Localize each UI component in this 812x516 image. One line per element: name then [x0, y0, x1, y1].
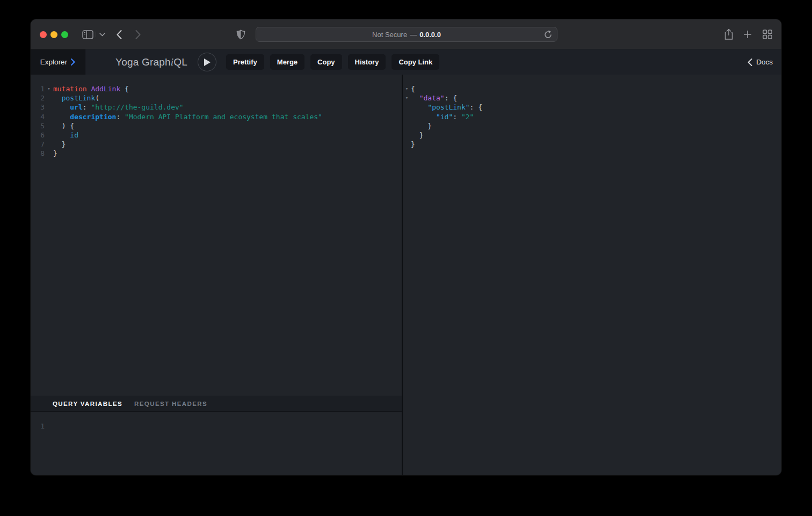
code-line: } [403, 130, 781, 140]
forward-button[interactable] [135, 19, 141, 49]
line-number: 6 [31, 130, 45, 140]
logo-text: Yoga Graph [115, 56, 171, 68]
tab-query-variables[interactable]: QUERY VARIABLES [53, 401, 122, 407]
toolbar-button-row: Prettify Merge Copy History Copy Link [226, 49, 439, 75]
code-token [53, 103, 70, 111]
minimize-window-button[interactable] [50, 31, 57, 38]
code-token: { [411, 85, 415, 93]
code-line: 8} [31, 149, 402, 158]
zoom-window-button[interactable] [61, 31, 68, 38]
shield-icon [236, 30, 245, 40]
logo-text-suffix: QL [173, 56, 187, 68]
line-number: 7 [31, 140, 45, 149]
response-viewer: ▾{▾ "data": { "postLink": { "id": "2" } … [403, 75, 781, 475]
code-text: ) { [53, 121, 74, 130]
code-token [53, 113, 70, 121]
code-text: "id": "2" [411, 112, 474, 121]
explorer-toggle[interactable]: Explorer [31, 49, 85, 75]
code-line: "postLink": { [403, 103, 781, 112]
reload-button[interactable] [543, 30, 553, 41]
merge-button[interactable]: Merge [270, 54, 305, 70]
code-token: } [411, 122, 432, 130]
fold-spacer [403, 121, 411, 130]
history-button[interactable]: History [348, 54, 386, 70]
code-text: } [411, 130, 423, 140]
code-text: description: "Modern API Platform and ec… [53, 112, 322, 121]
copy-link-button[interactable]: Copy Link [392, 54, 439, 70]
new-tab-button[interactable] [743, 19, 752, 49]
query-editor[interactable]: 1▾mutation AddLink {2 postLink(3 url: "h… [31, 75, 402, 396]
query-variables-editor[interactable]: 1 [31, 412, 402, 475]
execute-query-button[interactable] [198, 53, 216, 71]
code-token: AddLink [91, 85, 120, 93]
copy-button[interactable]: Copy [310, 54, 342, 70]
code-text: url: "http://the-guild.dev" [53, 103, 184, 112]
code-token: postLink [62, 94, 96, 102]
fold-arrow-icon[interactable]: ▾ [403, 93, 411, 103]
code-token: } [53, 140, 66, 148]
close-window-button[interactable] [40, 31, 47, 38]
code-line: ▾ "data": { [403, 93, 781, 103]
tab-request-headers[interactable]: REQUEST HEADERS [134, 401, 207, 407]
code-token: "id" [436, 113, 453, 121]
fold-spacer [45, 140, 53, 149]
code-token: : [116, 113, 125, 121]
code-token: : { [445, 94, 457, 102]
code-token: : [83, 103, 91, 111]
code-token [411, 94, 419, 102]
docs-button[interactable]: Docs [748, 49, 773, 75]
tab-group-menu-button[interactable] [99, 19, 105, 49]
fold-arrow-icon[interactable]: ▾ [403, 84, 411, 93]
address-host: 0.0.0.0 [419, 31, 441, 39]
privacy-report-button[interactable] [236, 19, 245, 49]
code-line: 3 url: "http://the-guild.dev" [31, 103, 402, 112]
address-separator: — [410, 31, 417, 39]
code-token: } [411, 140, 415, 148]
chevron-left-icon [117, 30, 122, 39]
line-number: 2 [31, 93, 45, 103]
code-token: id [70, 131, 78, 139]
prettify-button[interactable]: Prettify [226, 54, 264, 70]
fold-spacer [403, 140, 411, 149]
fold-spacer [403, 112, 411, 121]
code-token [411, 113, 436, 121]
plus-icon [743, 30, 752, 39]
code-text: { [411, 84, 415, 93]
code-line: 1▾mutation AddLink { [31, 84, 402, 93]
sidebar-toggle-button[interactable] [82, 19, 93, 49]
chevron-left-icon [748, 59, 752, 66]
code-token: ) { [53, 122, 74, 130]
grid-icon [763, 30, 772, 39]
chevron-right-icon [135, 30, 141, 39]
bottom-panel-tab-bar: QUERY VARIABLES REQUEST HEADERS [31, 396, 402, 412]
main-area: 1▾mutation AddLink {2 postLink(3 url: "h… [31, 75, 781, 475]
fold-spacer [45, 149, 53, 158]
tab-overview-button[interactable] [763, 19, 772, 49]
line-number: 1 [31, 84, 45, 93]
code-line: "id": "2" [403, 112, 781, 121]
code-token: "data" [419, 94, 445, 102]
code-token: { [120, 85, 129, 93]
fold-spacer [45, 421, 53, 431]
fold-spacer [45, 112, 53, 121]
code-line: 5 ) { [31, 121, 402, 130]
reload-icon [543, 30, 553, 39]
sidebar-icon [82, 30, 93, 39]
line-number: 3 [31, 103, 45, 112]
share-button[interactable] [724, 19, 734, 49]
code-token: } [411, 131, 423, 139]
code-token: "postLink" [427, 103, 469, 111]
fold-spacer [45, 130, 53, 140]
back-button[interactable] [117, 19, 122, 49]
code-line: } [403, 140, 781, 149]
fold-spacer [403, 130, 411, 140]
browser-window: Not Secure — 0.0.0.0 [31, 19, 781, 475]
code-line: 2 postLink( [31, 93, 402, 103]
fold-arrow-icon[interactable]: ▾ [45, 84, 53, 93]
graphiql-toolbar: Explorer Yoga GraphiQL Prettify Merge Co… [31, 49, 781, 75]
address-bar[interactable]: Not Secure — 0.0.0.0 [256, 27, 557, 42]
explorer-label: Explorer [40, 58, 67, 66]
fold-spacer [45, 93, 53, 103]
code-token: : { [470, 103, 482, 111]
fold-spacer [403, 103, 411, 112]
